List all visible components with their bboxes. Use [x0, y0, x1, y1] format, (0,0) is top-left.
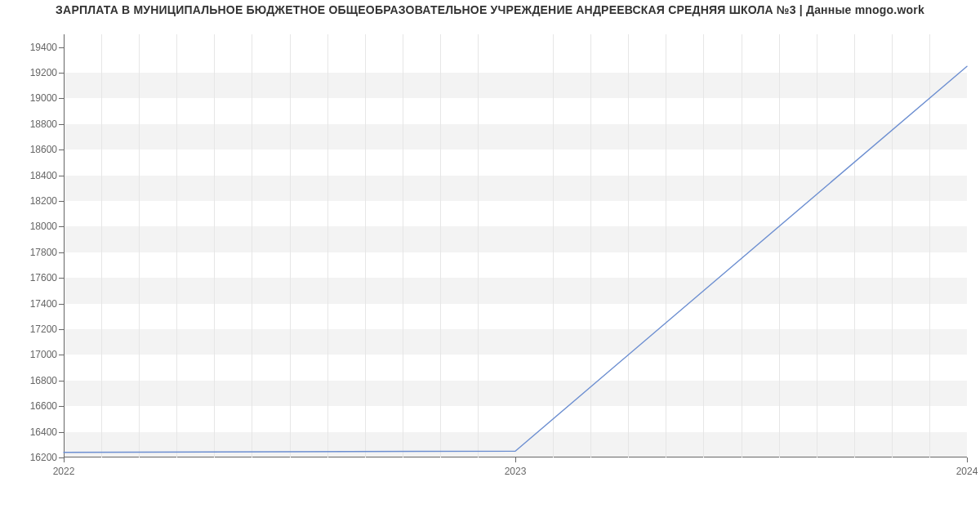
y-tick-label: 18800	[24, 118, 57, 130]
y-tick-mark	[59, 381, 64, 382]
y-tick-label: 17400	[24, 298, 57, 310]
x-tick-mark	[64, 457, 65, 462]
y-tick-mark	[59, 176, 64, 176]
y-tick-mark	[59, 432, 64, 433]
y-tick-label: 19400	[24, 42, 57, 53]
y-tick-mark	[59, 73, 64, 74]
y-tick-label: 17800	[24, 247, 57, 258]
x-tick-mark	[515, 457, 516, 462]
data-line	[64, 34, 967, 457]
y-tick-label: 17600	[24, 272, 57, 283]
y-tick-mark	[59, 355, 64, 355]
y-tick-mark	[59, 226, 64, 227]
y-tick-label: 16800	[24, 375, 57, 386]
chart-title: ЗАРПЛАТА В МУНИЦИПАЛЬНОЕ БЮДЖЕТНОЕ ОБЩЕО…	[0, 3, 980, 16]
x-tick-mark	[967, 457, 968, 462]
y-tick-mark	[59, 252, 64, 253]
plot-area: 1620016400166001680017000172001740017600…	[64, 34, 967, 457]
x-tick-label: 2024	[956, 466, 978, 477]
y-tick-label: 16600	[24, 400, 57, 412]
x-tick-label: 2022	[53, 466, 75, 477]
y-tick-label: 17000	[24, 349, 57, 360]
y-tick-mark	[59, 124, 64, 125]
y-tick-mark	[59, 329, 64, 330]
y-tick-label: 17200	[24, 324, 57, 335]
y-tick-mark	[59, 47, 64, 48]
y-tick-label: 16400	[24, 426, 57, 438]
salary-line-chart: ЗАРПЛАТА В МУНИЦИПАЛЬНОЕ БЮДЖЕТНОЕ ОБЩЕО…	[0, 0, 980, 531]
y-tick-label: 18600	[24, 144, 57, 155]
y-tick-mark	[59, 149, 64, 150]
y-tick-label: 18200	[24, 195, 57, 207]
y-tick-label: 18000	[24, 221, 57, 232]
y-tick-mark	[59, 304, 64, 305]
y-tick-label: 18400	[24, 170, 57, 181]
y-tick-mark	[59, 98, 64, 99]
y-tick-mark	[59, 406, 64, 407]
y-tick-mark	[59, 201, 64, 202]
x-tick-label: 2023	[505, 466, 527, 477]
y-tick-label: 19000	[24, 92, 57, 104]
y-tick-mark	[59, 278, 64, 279]
y-tick-label: 19200	[24, 67, 57, 78]
y-tick-label: 16200	[24, 452, 57, 463]
